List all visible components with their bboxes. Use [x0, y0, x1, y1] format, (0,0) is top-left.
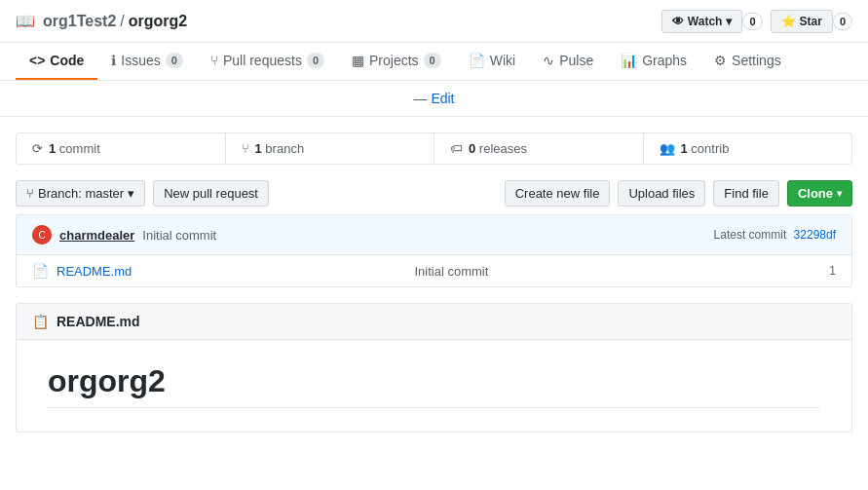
issues-badge: 0 — [166, 53, 183, 68]
edit-bar: — Edit — [0, 81, 868, 117]
tab-settings[interactable]: ⚙ Settings — [700, 43, 795, 80]
contributors-label: contrib — [691, 141, 729, 156]
branch-icon: ⑂ — [242, 141, 249, 156]
commit-row-left: C charmdealer Initial commit — [32, 225, 216, 245]
readme-content: orgorg2 — [17, 340, 851, 432]
releases-stat[interactable]: 🏷 0 releases — [434, 133, 644, 164]
file-table: C charmdealer Initial commit Latest comm… — [16, 214, 852, 287]
pulse-icon: ∿ — [543, 53, 554, 68]
star-count: 0 — [833, 13, 852, 30]
commit-meta: Latest commit 32298df — [714, 228, 836, 242]
commit-icon: ⟳ — [32, 141, 43, 156]
action-bar-right: Create new file Upload files Find file C… — [505, 180, 852, 207]
file-commit-message: Initial commit — [415, 264, 798, 279]
watch-count: 0 — [742, 13, 762, 30]
pr-icon: ⑂ — [210, 53, 218, 68]
commits-stat[interactable]: ⟳ 1 commit — [17, 133, 226, 164]
commit-message: Initial commit — [142, 228, 216, 243]
star-label: Star — [800, 15, 822, 28]
tab-pull-requests[interactable]: ⑂ Pull requests 0 — [197, 43, 338, 80]
readme-title: orgorg2 — [48, 363, 820, 408]
chevron-down-icon: ▾ — [837, 188, 842, 199]
readme-filename: README.md — [57, 314, 140, 329]
breadcrumb: 📖 org1Test2 / orgorg2 — [16, 12, 187, 30]
svg-text:C: C — [38, 230, 45, 241]
chevron-down-icon: ▾ — [128, 186, 134, 201]
tab-code[interactable]: <> Code — [16, 43, 97, 80]
branch-label: Branch: master — [38, 186, 124, 201]
tab-wiki[interactable]: 📄 Wiki — [455, 43, 529, 80]
star-button[interactable]: ⭐ Star — [771, 10, 833, 33]
gear-icon: ⚙ — [714, 53, 727, 68]
clone-button[interactable]: Clone ▾ — [787, 180, 852, 207]
readme-icon: 📋 — [32, 314, 49, 329]
repo-nav: <> Code ℹ Issues 0 ⑂ Pull requests 0 ▦ P… — [0, 43, 868, 81]
commit-row: C charmdealer Initial commit Latest comm… — [17, 215, 851, 255]
contributors-count: 1 — [681, 141, 688, 156]
releases-label: releases — [479, 141, 527, 156]
stats-bar: ⟳ 1 commit ⑂ 1 branch 🏷 0 releases 👥 1 c… — [16, 132, 852, 165]
action-bar-left: ⑂ Branch: master ▾ New pull request — [16, 180, 269, 207]
commit-hash[interactable]: 32298df — [794, 228, 836, 242]
tab-projects[interactable]: ▦ Projects 0 — [338, 43, 455, 80]
table-row: 📄 README.md Initial commit 1 — [17, 255, 851, 286]
readme-header: 📋 README.md — [17, 304, 851, 340]
commits-count: 1 — [49, 141, 56, 156]
commits-label: commit — [59, 141, 100, 156]
branch-icon: ⑂ — [26, 186, 34, 201]
action-bar: ⑂ Branch: master ▾ New pull request Crea… — [0, 172, 868, 214]
watch-label: Watch — [688, 15, 723, 28]
edit-link[interactable]: Edit — [431, 91, 454, 106]
tag-icon: 🏷 — [450, 141, 463, 156]
tab-issues[interactable]: ℹ Issues 0 — [97, 43, 197, 80]
issue-icon: ℹ — [111, 53, 116, 68]
releases-count: 0 — [469, 141, 475, 156]
clone-label: Clone — [798, 186, 833, 201]
file-link[interactable]: README.md — [57, 264, 132, 279]
people-icon: 👥 — [660, 141, 675, 156]
file-row-left: 📄 README.md — [32, 263, 415, 279]
star-icon: ⭐ — [781, 15, 796, 28]
project-icon: ▦ — [352, 53, 364, 68]
tab-graphs[interactable]: 📊 Graphs — [607, 43, 700, 80]
contributors-stat[interactable]: 👥 1 contrib — [644, 133, 852, 164]
branches-label: branch — [265, 141, 304, 156]
pr-badge: 0 — [307, 53, 324, 68]
create-new-file-button[interactable]: Create new file — [505, 180, 611, 207]
chevron-down-icon: ▾ — [726, 15, 732, 28]
branch-selector[interactable]: ⑂ Branch: master ▾ — [16, 180, 145, 207]
tab-pulse[interactable]: ∿ Pulse — [529, 43, 607, 80]
breadcrumb-separator: / — [120, 13, 124, 30]
wiki-icon: 📄 — [469, 53, 485, 68]
find-file-button[interactable]: Find file — [713, 180, 779, 207]
edit-prefix: — — [413, 91, 427, 106]
file-time: 1 — [797, 264, 836, 278]
eye-icon: 👁 — [672, 15, 684, 28]
watch-button[interactable]: 👁 Watch ▾ — [661, 10, 743, 33]
file-icon: 📄 — [32, 263, 49, 279]
projects-badge: 0 — [424, 53, 441, 68]
commit-author[interactable]: charmdealer — [59, 228, 134, 243]
page-header: 📖 org1Test2 / orgorg2 👁 Watch ▾ 0 ⭐ Star… — [0, 0, 868, 43]
header-actions: 👁 Watch ▾ 0 ⭐ Star 0 — [661, 10, 852, 33]
readme-section: 📋 README.md orgorg2 — [16, 303, 852, 433]
avatar: C — [32, 225, 52, 245]
upload-files-button[interactable]: Upload files — [618, 180, 705, 207]
org-link[interactable]: org1Test2 — [43, 13, 116, 30]
repo-link[interactable]: orgorg2 — [129, 13, 187, 30]
book-icon: 📖 — [16, 12, 35, 30]
new-pr-button[interactable]: New pull request — [153, 180, 269, 207]
branches-stat[interactable]: ⑂ 1 branch — [226, 133, 435, 164]
commit-meta-prefix: Latest commit — [714, 228, 787, 242]
code-icon: <> — [29, 53, 45, 68]
branches-count: 1 — [255, 141, 262, 156]
graph-icon: 📊 — [621, 53, 637, 68]
